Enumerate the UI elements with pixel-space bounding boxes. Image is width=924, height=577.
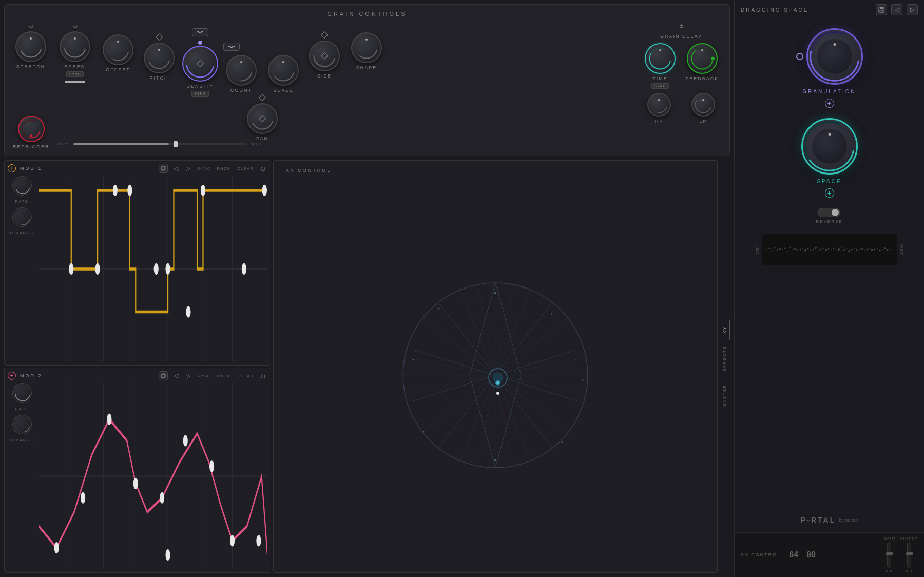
svg-point-111 [582, 380, 584, 381]
mod1-rate-knob[interactable] [12, 176, 32, 196]
right-content: GRANULATION + SPACE + REVERSE [735, 20, 924, 532]
svg-line-105 [477, 375, 495, 467]
save-icon-btn[interactable] [876, 4, 887, 15]
mod2-prev-btn[interactable]: ◁ [171, 371, 180, 380]
xy-visual[interactable] [274, 178, 717, 572]
right-header: DRAGGING SPACE ◁ ▷ [735, 0, 924, 20]
speed-knob[interactable] [60, 31, 90, 62]
time-knob[interactable] [645, 43, 676, 74]
pan-knob[interactable] [247, 103, 278, 134]
space-container: SPACE + [801, 118, 858, 198]
waveform-area: DRY [755, 234, 904, 265]
feedback-knob[interactable] [687, 43, 718, 74]
count-knob[interactable] [226, 55, 257, 86]
output-slider-container: OUTPUT 0.0 [900, 537, 918, 573]
offset-knob[interactable] [103, 34, 133, 65]
reverse-toggle[interactable] [818, 208, 840, 217]
svg-point-171 [879, 250, 880, 252]
tab-xy[interactable]: XY [720, 320, 730, 340]
drywet-slider[interactable] [73, 143, 246, 145]
bottom-section: + MOD 1 ◁ ▷ SYNC RNDM CLEAR ⏻ [0, 160, 734, 577]
mod1-canvas[interactable] [39, 176, 267, 362]
mod2-canvas[interactable] [39, 383, 267, 569]
svg-point-168 [871, 249, 873, 251]
size-group: SIZE [306, 32, 342, 79]
mod2-rate-knob[interactable] [12, 383, 32, 403]
output-slider[interactable] [907, 542, 911, 568]
svg-point-165 [864, 250, 865, 251]
feedback-label: FEEDBACK [686, 76, 719, 81]
pitch-knob[interactable] [144, 43, 175, 73]
granulation-mode-indicator[interactable] [796, 53, 803, 60]
speed-badge[interactable]: SYNC [66, 71, 83, 77]
svg-point-164 [861, 248, 863, 250]
mod2-power-btn[interactable]: ⏻ [258, 371, 267, 380]
svg-point-137 [792, 249, 793, 250]
mod2-next-btn[interactable]: ▷ [183, 371, 192, 380]
mod1-add-btn[interactable]: + [8, 164, 16, 172]
mod1-section: + MOD 1 ◁ ▷ SYNC RNDM CLEAR ⏻ [4, 160, 271, 366]
mod2-section: + MOD 2 ◁ ▷ SYNC RNDM CLEAR ⏻ [4, 368, 271, 573]
prev-icon-btn[interactable]: ◁ [891, 4, 902, 15]
space-add-btn[interactable]: + [825, 188, 834, 198]
density-badge[interactable]: SYNC [191, 91, 208, 97]
time-badge[interactable]: SYNC [651, 83, 668, 89]
density-knob[interactable] [182, 46, 218, 82]
svg-line-93 [424, 319, 495, 375]
mod2-title: MOD 2 [20, 373, 43, 378]
svg-line-83 [439, 303, 495, 375]
retrigger-knob[interactable] [18, 116, 45, 142]
stretch-knob[interactable] [15, 31, 46, 62]
output-label: OUTPUT [900, 537, 918, 541]
grain-controls-title: GRAIN CONTROLS [13, 11, 721, 17]
grain-delay-label: GRAIN DELAY [660, 34, 702, 39]
density-section: DENSITY SYNC [182, 28, 218, 97]
scale-knob[interactable] [268, 55, 299, 86]
svg-point-144 [810, 249, 811, 251]
mod2-add-btn[interactable]: + [8, 372, 16, 380]
svg-point-68 [107, 413, 111, 425]
svg-line-94 [495, 319, 567, 375]
stretch-label: STRETCH [16, 64, 46, 69]
link-btn-right[interactable] [223, 43, 240, 51]
lp-knob[interactable] [691, 93, 715, 117]
input-slider[interactable] [887, 542, 891, 568]
mod1-prev-btn[interactable]: ◁ [171, 164, 180, 173]
svg-point-67 [81, 492, 85, 504]
next-icon-btn[interactable]: ▷ [907, 4, 918, 15]
hp-knob[interactable] [647, 93, 671, 117]
size-knob[interactable] [309, 41, 340, 71]
granulation-label: GRANULATION [802, 89, 856, 94]
waveform-display[interactable] [762, 234, 897, 265]
shape-knob[interactable] [351, 32, 382, 63]
svg-line-106 [495, 375, 513, 467]
mod2-clear-btn[interactable]: CLEAR [236, 373, 255, 379]
granulation-add-btn[interactable]: + [825, 99, 834, 108]
svg-point-73 [230, 535, 235, 546]
mod2-sync-btn[interactable]: SYNC [196, 373, 212, 379]
link-btn-left[interactable] [192, 28, 208, 36]
space-knob[interactable] [801, 118, 858, 175]
granulation-knob[interactable] [806, 28, 863, 85]
svg-point-140 [799, 249, 801, 251]
svg-point-169 [874, 249, 875, 251]
mod2-copy-btn[interactable] [159, 371, 168, 380]
tab-effects[interactable]: EFFECTS [720, 339, 730, 377]
tab-master[interactable]: MASTER [720, 378, 730, 413]
svg-point-156 [841, 247, 842, 248]
mod1-humanize-knob[interactable] [12, 207, 32, 227]
retrigger-group: RETRIGGER [13, 116, 50, 149]
mod1-clear-btn[interactable]: CLEAR [236, 166, 255, 171]
mod1-power-btn[interactable]: ⏻ [258, 164, 267, 173]
input-label: INPUT [882, 537, 896, 541]
mod1-next-btn[interactable]: ▷ [183, 164, 192, 173]
mod2-rndm-btn[interactable]: RNDM [215, 373, 233, 379]
mod1-rndm-btn[interactable]: RNDM [215, 166, 233, 171]
mod2-humanize-knob[interactable] [12, 415, 32, 434]
svg-point-107 [494, 292, 496, 294]
svg-point-159 [848, 250, 850, 252]
svg-line-99 [477, 284, 495, 375]
svg-line-90 [495, 375, 552, 447]
mod1-copy-btn[interactable] [159, 164, 168, 173]
mod1-sync-btn[interactable]: SYNC [196, 166, 212, 171]
